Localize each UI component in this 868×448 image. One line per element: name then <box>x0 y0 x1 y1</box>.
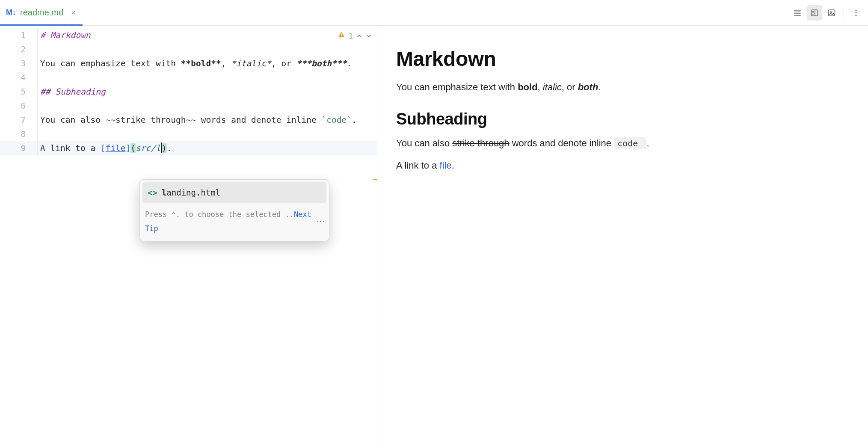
md-link-open-paren: ( <box>130 143 136 153</box>
text: , <box>538 82 543 92</box>
editor-line[interactable]: 8 <box>0 127 377 141</box>
editor-line[interactable]: 7 You can also ~~strike through~~ words … <box>0 113 377 127</box>
editor-pane: 1 1 # Markdown 2 <box>0 26 377 448</box>
text: words and denote inline <box>196 115 322 125</box>
preview-h2: Subheading <box>396 110 849 128</box>
text: . <box>167 143 172 153</box>
md-code-tick: ` <box>347 115 352 125</box>
preview-paragraph: A link to a file. <box>396 158 849 173</box>
md-inline-code: code <box>326 115 347 125</box>
line-number: 6 <box>21 101 26 111</box>
text: , <box>221 59 231 68</box>
line-number: 9 <box>21 143 26 153</box>
text: . <box>347 59 352 68</box>
code-editor[interactable]: 1 1 # Markdown 2 <box>0 26 377 155</box>
text: A link to a <box>396 160 440 171</box>
editor-line[interactable]: 5 ## Subheading <box>0 85 377 99</box>
md-bold-open: ** <box>181 59 191 68</box>
text: words and denote inline <box>510 138 614 148</box>
text: A link to a <box>40 143 101 153</box>
editor-line[interactable]: 3 You can emphasize text with **bold**, … <box>0 56 377 71</box>
text: . <box>352 115 357 125</box>
preview-italic: italic <box>543 82 562 92</box>
text: , or <box>562 82 578 92</box>
preview-h1: Markdown <box>396 47 849 71</box>
split-view: 1 1 # Markdown 2 <box>0 26 868 448</box>
editor-lines: 1 # Markdown 2 3 You can emphasize text … <box>0 26 377 155</box>
text: You can emphasize text with <box>396 82 518 92</box>
preview-pane: Markdown You can emphasize text with bol… <box>377 26 868 448</box>
md-bolditalic-close: *** <box>332 59 347 68</box>
next-highlight-button[interactable] <box>366 29 372 43</box>
toolbar-divider <box>844 7 844 18</box>
md-code-tick: ` <box>321 115 326 125</box>
text: You can emphasize text with <box>40 59 181 68</box>
tab-label: readme.md <box>20 8 63 18</box>
editor-line[interactable]: 1 # Markdown <box>0 28 377 42</box>
line-number: 2 <box>21 45 26 54</box>
md-italic-close: * <box>266 59 271 68</box>
tab-readme[interactable]: M↓ readme.md × <box>0 0 82 25</box>
md-strike-open: ~~ <box>106 115 116 125</box>
md-link-close-paren: ) <box>162 143 167 153</box>
text: . <box>452 160 454 171</box>
md-strike-close: ~~ <box>186 115 196 125</box>
warning-stripe-marker[interactable] <box>373 179 377 180</box>
svg-rect-14 <box>341 33 342 36</box>
split-view-button[interactable] <box>807 5 822 21</box>
md-heading: # Markdown <box>40 30 90 40</box>
preview-paragraph: You can emphasize text with bold, italic… <box>396 80 849 95</box>
md-link-open-bracket: [ <box>101 143 106 153</box>
more-actions-button[interactable] <box>848 5 864 21</box>
tab-bar: M↓ readme.md × <box>0 0 868 26</box>
svg-rect-15 <box>341 36 342 36</box>
toc-button[interactable] <box>790 5 805 21</box>
md-bold: bold <box>191 59 211 68</box>
hint-hotkey: ⌃. <box>171 210 180 219</box>
line-number: 3 <box>21 59 26 68</box>
completion-hint: Press ⌃. to choose the selected ..Next T… <box>140 203 329 241</box>
preview-link[interactable]: file <box>440 160 452 171</box>
text: . <box>646 138 649 148</box>
prev-highlight-button[interactable] <box>356 29 362 43</box>
preview-bold-italic: both <box>578 82 598 92</box>
md-italic-open: * <box>231 59 236 68</box>
line-number: 4 <box>21 73 26 83</box>
md-bold-close: ** <box>211 59 221 68</box>
editor-line[interactable]: 6 <box>0 99 377 113</box>
completion-match: l <box>162 188 166 197</box>
editor-line[interactable]: 9 A link to a [file](src/l). <box>0 141 377 155</box>
preview-paragraph: You can also strike through words and de… <box>396 136 849 151</box>
completion-more-icon[interactable]: ⋮ <box>319 217 324 226</box>
line-number: 8 <box>21 129 26 139</box>
md-link-text: file <box>106 143 126 153</box>
md-bolditalic-open: *** <box>296 59 311 68</box>
completion-item[interactable]: <> landing.html <box>142 182 326 203</box>
inspection-widget[interactable]: 1 <box>338 29 372 43</box>
svg-point-12 <box>855 12 856 13</box>
editor-line[interactable]: 2 <box>0 42 377 56</box>
line-number: 5 <box>21 87 26 97</box>
preview-button[interactable] <box>824 5 839 21</box>
editor-toolbar <box>790 0 868 25</box>
svg-point-11 <box>855 9 856 11</box>
text: , or <box>271 59 296 68</box>
hint-text: Press <box>145 210 171 219</box>
md-strike: strike through <box>116 115 186 125</box>
completion-rest: anding.html <box>166 188 220 197</box>
md-italic: italic <box>236 59 266 68</box>
close-icon[interactable]: × <box>71 9 76 17</box>
html-tag-icon: <> <box>148 186 157 200</box>
completion-popup: <> landing.html Press ⌃. to choose the s… <box>139 179 329 241</box>
line-number: 7 <box>21 115 26 125</box>
editor-line[interactable]: 4 <box>0 71 377 85</box>
text: You can also <box>40 115 106 125</box>
line-number: 1 <box>21 30 26 40</box>
md-link-path: src/l <box>136 143 161 153</box>
svg-point-13 <box>855 15 856 16</box>
md-subheading: ## Subheading <box>40 87 106 97</box>
preview-strike: strike through <box>452 138 509 148</box>
markdown-icon: M↓ <box>6 8 16 17</box>
text: . <box>598 82 601 92</box>
md-bolditalic: both <box>311 59 332 68</box>
